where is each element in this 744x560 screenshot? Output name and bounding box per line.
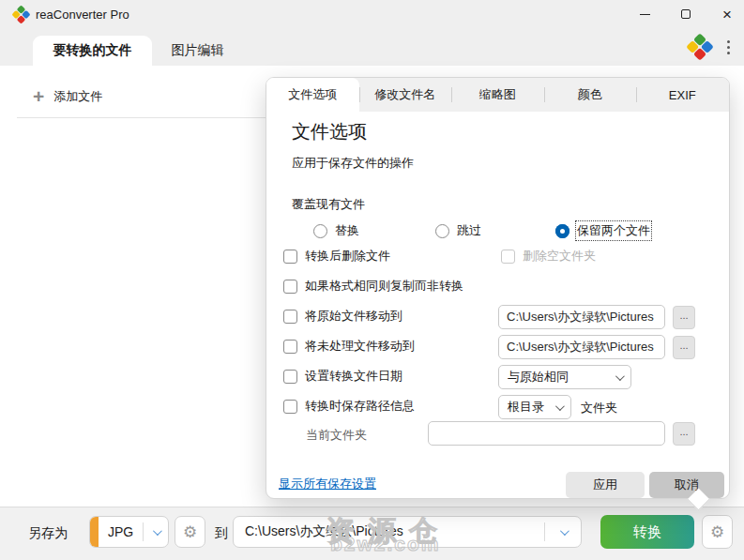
gear-icon: ⚙ — [710, 522, 724, 542]
destination-path-value: C:\Users\办文绿软\Pictures — [234, 523, 544, 540]
radio-replace[interactable]: 替换 — [313, 220, 359, 241]
checkbox-delete-after-convert[interactable]: 转换后删除文件 — [283, 246, 390, 266]
maximize-icon — [681, 9, 691, 19]
radio-replace-label: 替换 — [335, 222, 359, 239]
to-label: 到 — [215, 525, 228, 542]
radio-skip[interactable]: 跳过 — [435, 220, 481, 241]
checkbox-icon — [283, 280, 297, 294]
app-window: reaConverter Pro × 要转换的文件 图片编辑 + 添加文件 文件… — [0, 0, 744, 560]
tab-edit-label: 图片编辑 — [172, 42, 224, 59]
chevron-down-icon — [615, 371, 625, 381]
checkbox-move-original[interactable]: 将原始文件移动到 — [283, 306, 402, 326]
move-original-path-input[interactable] — [498, 305, 665, 329]
menu-kebab-icon[interactable] — [719, 35, 737, 59]
window-title: reaConverter Pro — [36, 8, 129, 22]
format-value: JPG — [99, 524, 143, 539]
radio-skip-label: 跳过 — [457, 222, 481, 239]
dialog-title: 文件选项 — [292, 119, 367, 144]
minimize-button[interactable] — [624, 0, 665, 28]
current-folder-input[interactable] — [428, 421, 665, 446]
format-settings-button[interactable]: ⚙ — [175, 516, 205, 548]
checkbox-icon — [283, 340, 297, 354]
convert-settings-button[interactable]: ⚙ — [702, 515, 733, 549]
chevron-down-icon — [152, 526, 161, 536]
file-date-select[interactable]: 与原始相同 — [498, 365, 631, 389]
checkbox-move-unprocessed[interactable]: 将未处理文件移动到 — [283, 336, 415, 356]
main-tab-strip: 要转换的文件 图片编辑 — [0, 28, 744, 66]
radio-keep-both-label: 保留两个文件 — [577, 222, 650, 239]
close-icon: × — [722, 7, 732, 23]
add-files-label: 添加文件 — [53, 88, 102, 105]
radio-keep-both[interactable]: 保留两个文件 — [555, 220, 650, 241]
dialog-tab-label: 修改文件名 — [374, 86, 435, 103]
file-options-dialog: 文件选项 修改文件名 缩略图 颜色 EXIF 文件选项 应用于保存文件的操作 覆… — [266, 77, 730, 499]
checkbox-label: 如果格式相同则复制而非转换 — [305, 278, 463, 295]
destination-path-combo[interactable]: C:\Users\办文绿软\Pictures — [233, 516, 582, 548]
checkbox-icon — [283, 370, 297, 384]
dialog-tab-thumbnail[interactable]: 缩略图 — [451, 78, 544, 112]
apply-button[interactable]: 应用 — [566, 472, 645, 498]
show-all-save-settings-link[interactable]: 显示所有保存设置 — [279, 476, 376, 492]
checkbox-label: 设置转换文件日期 — [305, 368, 402, 385]
bottom-action-bar: 另存为 JPG ⚙ 到 C:\Users\办文绿软\Pictures 转换 ⚙ — [0, 507, 744, 560]
dialog-tab-label: 文件选项 — [288, 86, 337, 103]
browse-current-folder-button[interactable]: ... — [673, 422, 695, 446]
move-unprocessed-path-input[interactable] — [498, 335, 665, 359]
tab-files-label: 要转换的文件 — [53, 42, 132, 59]
path-root-select[interactable]: 根目录 — [498, 395, 571, 419]
left-panel-divider — [17, 117, 266, 118]
format-color-bar — [90, 517, 99, 547]
dialog-tab-exif[interactable]: EXIF — [636, 78, 729, 112]
folder-suffix-label: 文件夹 — [581, 400, 617, 416]
dialog-subtitle: 应用于保存文件的操作 — [292, 155, 414, 172]
checkbox-copy-if-same-format[interactable]: 如果格式相同则复制而非转换 — [283, 276, 463, 296]
checkbox-label: 删除空文件夹 — [523, 248, 596, 265]
checkbox-icon — [283, 250, 297, 264]
checkbox-set-file-date[interactable]: 设置转换文件日期 — [283, 366, 402, 386]
chevron-down-icon — [555, 401, 565, 411]
checkbox-delete-empty-folders: 删除空文件夹 — [501, 246, 596, 266]
tab-image-edit[interactable]: 图片编辑 — [158, 36, 237, 66]
file-date-select-value: 与原始相同 — [508, 369, 569, 386]
dialog-tab-label: 颜色 — [578, 86, 602, 103]
path-root-select-value: 根目录 — [508, 399, 544, 416]
format-combo[interactable]: JPG — [89, 516, 169, 548]
app-logo-icon — [12, 6, 30, 23]
add-files-button[interactable]: + 添加文件 — [33, 86, 102, 106]
dialog-tab-label: EXIF — [669, 88, 696, 102]
dialog-tab-file-options[interactable]: 文件选项 — [266, 78, 359, 112]
plus-icon: + — [33, 86, 44, 106]
dialog-tab-rename[interactable]: 修改文件名 — [359, 78, 452, 112]
chevron-down-icon — [559, 526, 569, 536]
checkbox-keep-path-info[interactable]: 转换时保存路径信息 — [283, 396, 415, 416]
radio-icon — [435, 224, 449, 238]
radio-selected-icon — [555, 224, 569, 238]
checkbox-icon — [283, 310, 297, 324]
tab-files-to-convert[interactable]: 要转换的文件 — [33, 36, 152, 66]
current-folder-label: 当前文件夹 — [306, 427, 367, 444]
save-as-label: 另存为 — [28, 525, 68, 542]
close-button[interactable]: × — [706, 0, 744, 28]
title-bar: reaConverter Pro × — [0, 0, 744, 28]
cancel-button[interactable]: 取消 — [649, 472, 724, 498]
radio-icon — [313, 224, 327, 238]
gear-icon: ⚙ — [183, 522, 197, 542]
overwrite-section-label: 覆盖现有文件 — [292, 196, 365, 213]
browse-original-button[interactable]: ... — [673, 306, 695, 329]
checkbox-label: 将未处理文件移动到 — [305, 338, 415, 355]
browse-unprocessed-button[interactable]: ... — [673, 336, 695, 359]
checkbox-disabled-icon — [501, 250, 515, 264]
checkbox-icon — [283, 400, 297, 414]
brand-pinwheel-icon[interactable] — [687, 34, 713, 60]
minimize-icon — [640, 14, 650, 15]
convert-button[interactable]: 转换 — [600, 515, 694, 549]
dialog-tab-label: 缩略图 — [479, 86, 516, 103]
maximize-button[interactable] — [665, 0, 706, 28]
checkbox-label: 转换时保存路径信息 — [305, 398, 415, 415]
checkbox-label: 将原始文件移动到 — [305, 308, 402, 325]
checkbox-label: 转换后删除文件 — [305, 248, 390, 265]
dialog-tab-strip: 文件选项 修改文件名 缩略图 颜色 EXIF — [266, 78, 729, 112]
dialog-tab-color[interactable]: 颜色 — [544, 78, 637, 112]
